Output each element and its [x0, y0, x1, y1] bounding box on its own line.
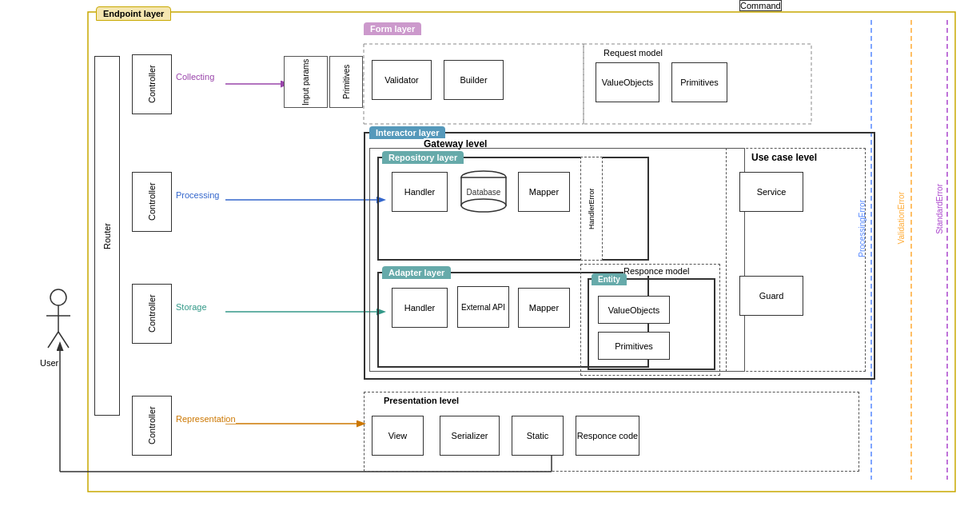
interactor-layer-label: Interactor layer [369, 126, 445, 139]
static-box: Static [512, 416, 564, 456]
valueobjects-entity-box: ValueObjects [598, 296, 670, 324]
standard-error-label: StandardError [935, 184, 944, 234]
primitives-form-box: Primitives [329, 56, 363, 108]
primitives-entity-box: Primitives [598, 332, 670, 360]
builder-box: Builder [444, 60, 504, 100]
external-api-box: External API [457, 286, 509, 328]
svg-text:Database: Database [466, 188, 500, 197]
responce-code-box: Responce code [576, 416, 639, 456]
repository-layer-label: Repository layer [382, 151, 464, 164]
request-model-label: Request model [604, 48, 663, 58]
guard-box: Guard [739, 276, 803, 316]
router-box: Router [94, 56, 120, 416]
usecase-level-label: Use case level [751, 152, 817, 163]
controller-4-box: Controller [132, 396, 172, 456]
mapper-adapter-box: Mapper [518, 288, 570, 328]
svg-line-22 [58, 332, 69, 348]
endpoint-layer-label: Endpoint layer [96, 6, 171, 21]
database-box: Database [457, 168, 509, 216]
processing-label: Processing [176, 190, 219, 200]
valueobjects-req-box: ValueObjects [596, 62, 659, 102]
svg-point-18 [50, 289, 66, 305]
validation-error-label: ValidationError [897, 192, 906, 244]
responce-model-label: Responce model [623, 266, 690, 276]
handler-adapter-box: Handler [392, 288, 448, 328]
storage-label: Storage [176, 302, 207, 312]
diagram: Endpoint layer User Router Controller Co… [0, 0, 980, 510]
user-figure [38, 288, 78, 354]
command-box: Command [739, 0, 782, 11]
controller-3-box: Controller [132, 284, 172, 344]
primitives-req-box: Primitives [671, 62, 727, 102]
processing-error-label: ProcessingError [858, 200, 866, 257]
form-layer-label: Form layer [364, 22, 421, 35]
entity-label: Entity [592, 273, 627, 285]
svg-line-21 [48, 332, 58, 348]
validator-box: Validator [372, 60, 432, 100]
representation-label: Representation [176, 414, 236, 424]
serializer-box: Serializer [440, 416, 500, 456]
user-label: User [40, 358, 58, 368]
view-box: View [372, 416, 424, 456]
adapter-layer-label: Adapter layer [382, 266, 451, 279]
presentation-level-label: Presentation level [384, 396, 459, 405]
handler-error-box: HandlerError [580, 157, 603, 261]
input-params-box: Input params [284, 56, 328, 108]
handler-repo-box: Handler [392, 172, 448, 212]
service-box: Service [739, 172, 803, 212]
mapper-repo-box: Mapper [518, 172, 570, 212]
svg-point-25 [461, 199, 506, 212]
controller-2-box: Controller [132, 172, 172, 232]
collecting-label: Collecting [176, 72, 214, 82]
controller-1-box: Controller [132, 54, 172, 114]
